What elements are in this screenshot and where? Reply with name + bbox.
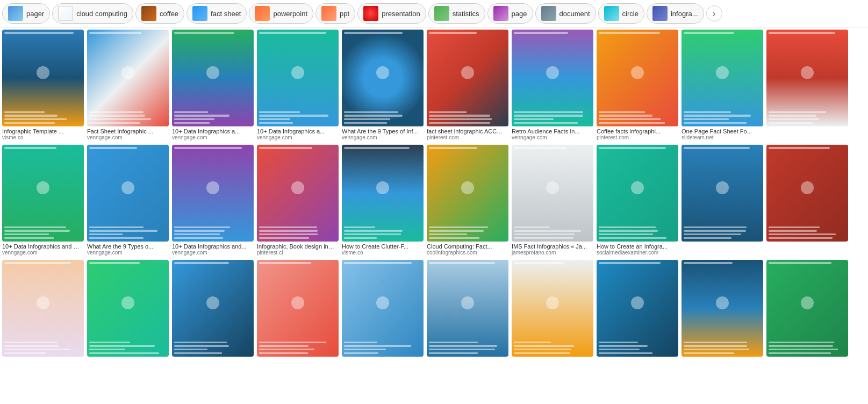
- thumb-4: [257, 30, 339, 126]
- tag-item-page[interactable]: page: [487, 3, 533, 24]
- card-source-1: visme.co: [2, 134, 84, 140]
- image-row-2: [2, 260, 866, 358]
- card-title-16: Cloud Computing: Fact...: [427, 243, 506, 250]
- tag-label-document: document: [559, 10, 590, 18]
- image-card-9[interactable]: One Page Fact Sheet Fo...slideteam.net: [682, 30, 763, 140]
- tag-item-ppt[interactable]: ppt: [315, 3, 355, 24]
- tag-item-presentation[interactable]: presentation: [357, 3, 426, 24]
- card-title-9: One Page Fact Sheet Fo...: [682, 128, 761, 134]
- thumb-17: [512, 145, 593, 242]
- image-card-23[interactable]: [172, 260, 254, 358]
- tag-item-document[interactable]: document: [535, 3, 596, 24]
- tag-thumb-powerpoint: [255, 6, 270, 21]
- card-source-7: venngage.com: [512, 134, 593, 140]
- thumb-23: [172, 260, 254, 357]
- thumb-21: [2, 260, 84, 357]
- thumb-27: [512, 260, 593, 357]
- tag-thumb-pager: [8, 6, 23, 21]
- image-card-28[interactable]: [597, 260, 678, 358]
- thumb-9: [682, 30, 763, 126]
- image-card-22[interactable]: [87, 260, 169, 358]
- tag-item-pager[interactable]: pager: [2, 3, 50, 24]
- image-card-20[interactable]: [766, 145, 848, 256]
- image-card-19[interactable]: [682, 145, 763, 256]
- card-source-11: venngage.com: [2, 250, 84, 256]
- tag-label-presentation: presentation: [382, 10, 420, 18]
- card-source-12: venngage.com: [87, 250, 169, 256]
- tag-item-powerpoint[interactable]: powerpoint: [249, 3, 313, 24]
- image-card-12[interactable]: What Are the 9 Types o...venngage.com: [87, 145, 169, 256]
- card-source-9: slideteam.net: [682, 134, 763, 140]
- image-card-18[interactable]: How to Create an Infogra...socialmediaex…: [597, 145, 678, 256]
- thumb-28: [597, 260, 678, 357]
- tag-item-coffee[interactable]: coffee: [135, 3, 184, 24]
- card-title-8: Coffee facts infographi...: [597, 128, 676, 134]
- thumb-26: [427, 260, 508, 357]
- image-card-21[interactable]: [2, 260, 84, 358]
- image-card-29[interactable]: [682, 260, 763, 358]
- nav-arrow-right[interactable]: ›: [706, 5, 722, 22]
- image-card-17[interactable]: IMS Fact Infographics « Ja...jamesprotan…: [512, 145, 593, 256]
- card-title-12: What Are the 9 Types o...: [87, 243, 167, 250]
- tag-thumb-presentation: [363, 6, 378, 21]
- thumb-24: [257, 260, 339, 357]
- image-card-1[interactable]: Infographic Template ...visme.co: [2, 30, 84, 140]
- card-title-11: 10+ Data Infographics and Best Free ...: [2, 243, 82, 250]
- image-card-10[interactable]: [766, 30, 848, 140]
- image-card-16[interactable]: Cloud Computing: Fact...coolinfographics…: [427, 145, 508, 256]
- card-source-3: venngage.com: [172, 134, 254, 140]
- thumb-22: [87, 260, 169, 357]
- tag-label-fact-sheet: fact sheet: [211, 10, 241, 18]
- card-source-5: venngage.com: [342, 134, 424, 140]
- thumb-14: [257, 145, 339, 242]
- card-source-18: socialmediaexaminer.com: [597, 250, 678, 256]
- card-title-5: What Are the 9 Types of Inf...: [342, 128, 421, 134]
- tag-label-ppt: ppt: [340, 10, 349, 18]
- thumb-18: [597, 145, 678, 242]
- image-card-2[interactable]: Fact Sheet Infographic ...venngage.com: [87, 30, 169, 140]
- image-card-13[interactable]: 10+ Data Infographics and...venngage.com: [172, 145, 254, 256]
- tag-item-fact-sheet[interactable]: fact sheet: [186, 3, 247, 24]
- image-row-1: 10+ Data Infographics and Best Free ...v…: [2, 145, 866, 256]
- tag-label-circle: circle: [622, 10, 639, 18]
- image-card-27[interactable]: [512, 260, 593, 358]
- image-card-25[interactable]: [342, 260, 424, 358]
- tag-thumb-infographic: [652, 6, 668, 21]
- card-source-14: pinterest.cl: [257, 250, 339, 256]
- card-title-3: 10+ Data Infographics a...: [172, 128, 252, 134]
- tag-thumb-document: [541, 6, 556, 21]
- tag-thumb-circle: [604, 6, 619, 21]
- image-card-6[interactable]: fact sheet infographic ACCENTURE ...pint…: [427, 30, 508, 140]
- tag-bar: pagercloud computingcoffeefact sheetpowe…: [0, 0, 868, 27]
- tag-item-infographic[interactable]: infogra...: [647, 3, 704, 24]
- card-title-1: Infographic Template ...: [2, 128, 82, 134]
- card-source-17: jamesprotano.com: [512, 250, 593, 256]
- image-card-3[interactable]: 10+ Data Infographics a...venngage.com: [172, 30, 254, 140]
- image-card-5[interactable]: What Are the 9 Types of Inf...venngage.c…: [342, 30, 424, 140]
- image-card-30[interactable]: [766, 260, 848, 358]
- tag-label-statistics: statistics: [453, 10, 479, 18]
- tag-item-cloud-computing[interactable]: cloud computing: [52, 3, 133, 24]
- tag-thumb-page: [493, 6, 508, 21]
- image-card-14[interactable]: Infographic, Book design inspiration ...…: [257, 145, 339, 256]
- image-card-4[interactable]: 10+ Data Infographics a...venngage.com: [257, 30, 339, 140]
- image-card-15[interactable]: How to Create Clutter-F...visme.co: [342, 145, 424, 256]
- tag-thumb-fact-sheet: [192, 6, 207, 21]
- image-card-26[interactable]: [427, 260, 508, 358]
- card-title-6: fact sheet infographic ACCENTURE ...: [427, 128, 506, 134]
- thumb-3: [172, 30, 254, 126]
- thumb-20: [766, 145, 848, 242]
- image-card-11[interactable]: 10+ Data Infographics and Best Free ...v…: [2, 145, 84, 256]
- tag-label-pager: pager: [26, 10, 44, 18]
- image-card-8[interactable]: Coffee facts infographi...pinterest.com: [597, 30, 678, 140]
- thumb-7: [512, 30, 593, 126]
- tag-item-circle[interactable]: circle: [598, 3, 644, 24]
- card-title-17: IMS Fact Infographics « Ja...: [512, 243, 591, 250]
- tag-thumb-statistics: [434, 6, 449, 21]
- tag-item-statistics[interactable]: statistics: [428, 3, 485, 24]
- thumb-13: [172, 145, 254, 242]
- image-card-24[interactable]: [257, 260, 339, 358]
- card-title-4: 10+ Data Infographics a...: [257, 128, 336, 134]
- thumb-11: [2, 145, 84, 242]
- image-card-7[interactable]: Retro Audience Facts In...venngage.com: [512, 30, 593, 140]
